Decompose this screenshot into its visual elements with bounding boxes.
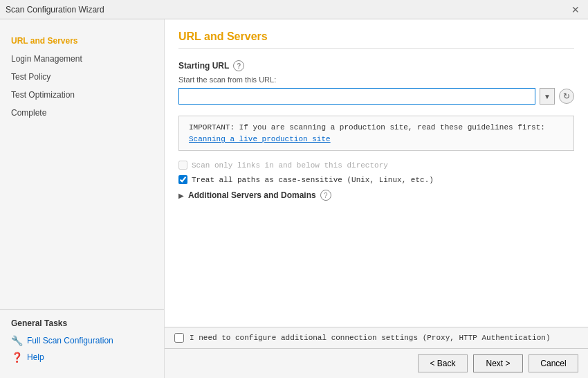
full-scan-label: Full Scan Configuration (27, 336, 113, 345)
general-tasks-title: General Tasks (0, 316, 164, 332)
sidebar-item-url-servers[interactable]: URL and Servers (0, 32, 164, 50)
help-icon: ❓ (11, 352, 23, 363)
sidebar-item-test-optimization[interactable]: Test Optimization (0, 86, 164, 104)
full-scan-item[interactable]: 🔧 Full Scan Configuration (0, 332, 164, 349)
main-layout: URL and Servers Login Management Test Po… (0, 19, 588, 378)
scan-only-links-checkbox[interactable] (178, 161, 187, 170)
important-note-box: IMPORTANT: If you are scanning a product… (178, 116, 574, 151)
starting-url-label-row: Starting URL ? (178, 60, 574, 71)
additional-servers-label: Additional Servers and Domains (188, 190, 316, 200)
starting-url-label: Starting URL (178, 61, 229, 71)
back-button[interactable]: < Back (418, 354, 468, 372)
title-bar: Scan Configuration Wizard ✕ (0, 0, 588, 19)
sidebar: URL and Servers Login Management Test Po… (0, 19, 165, 378)
starting-url-help-icon[interactable]: ? (233, 60, 244, 71)
sidebar-item-complete[interactable]: Complete (0, 104, 164, 122)
cancel-button-label: Cancel (540, 359, 566, 368)
title-bar-title: Scan Configuration Wizard (6, 5, 104, 15)
sidebar-item-test-policy[interactable]: Test Policy (0, 68, 164, 86)
important-note-text: IMPORTANT: If you are scanning a product… (189, 123, 564, 132)
help-label: Help (27, 352, 44, 362)
configure-connection-label: I need to configure additional connectio… (190, 334, 551, 342)
production-link[interactable]: Scanning a live production site (189, 135, 331, 143)
url-refresh-button[interactable]: ↻ (559, 89, 574, 104)
treat-case-sensitive-label: Treat all paths as case-sensitive (Unix,… (192, 176, 434, 184)
treat-case-sensitive-checkbox[interactable] (178, 175, 187, 184)
content-area: URL and Servers Starting URL ? Start the… (165, 19, 588, 378)
footer: < Back Next > Cancel (165, 348, 588, 378)
configure-connection-checkbox[interactable] (174, 333, 184, 343)
help-item[interactable]: ❓ Help (0, 349, 164, 366)
tool-icon: 🔧 (11, 335, 23, 346)
sidebar-item-login-management[interactable]: Login Management (0, 50, 164, 68)
bottom-bar: I need to configure additional connectio… (165, 327, 588, 348)
scan-only-links-label: Scan only links in and below this direct… (192, 161, 388, 170)
next-button[interactable]: Next > (473, 354, 523, 372)
sidebar-nav: URL and Servers Login Management Test Po… (0, 26, 164, 309)
section-heading: URL and Servers (178, 30, 574, 49)
collapse-arrow-icon: ▶ (178, 192, 184, 199)
scan-only-links-row: Scan only links in and below this direct… (178, 161, 574, 170)
content-body: URL and Servers Starting URL ? Start the… (165, 19, 588, 327)
general-tasks: General Tasks 🔧 Full Scan Configuration … (0, 309, 164, 371)
starting-url-input[interactable] (178, 88, 535, 105)
url-dropdown-button[interactable]: ▼ (540, 88, 555, 105)
close-button[interactable]: ✕ (569, 3, 582, 17)
treat-case-sensitive-row: Treat all paths as case-sensitive (Unix,… (178, 175, 574, 184)
url-input-row: ▼ ↻ (178, 88, 574, 105)
next-button-label: Next > (486, 359, 510, 368)
additional-servers-row[interactable]: ▶ Additional Servers and Domains ? (178, 190, 574, 201)
back-button-label: < Back (430, 359, 455, 368)
cancel-button[interactable]: Cancel (529, 354, 578, 372)
starting-url-desc: Start the scan from this URL: (178, 75, 574, 84)
additional-servers-help-icon[interactable]: ? (320, 190, 331, 201)
